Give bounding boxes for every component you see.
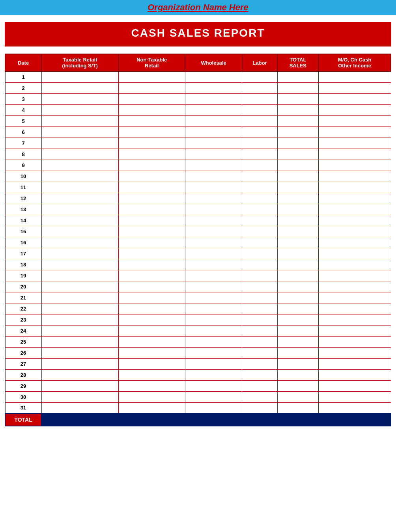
cell-nontaxable-30 — [118, 391, 185, 402]
cell-labor-15 — [242, 226, 278, 237]
cell-wholesale-4 — [185, 104, 242, 115]
cell-labor-3 — [242, 93, 278, 104]
table-row: 7 — [5, 138, 391, 149]
col-header-wholesale: Wholesale — [185, 54, 242, 71]
cell-totalsales-24 — [277, 325, 318, 336]
cell-other-7 — [318, 138, 391, 149]
cell-date-26: 26 — [5, 347, 41, 358]
table-row: 8 — [5, 149, 391, 160]
cell-wholesale-19 — [185, 270, 242, 281]
cell-taxable-29 — [41, 380, 118, 391]
cell-nontaxable-28 — [118, 369, 185, 380]
cell-wholesale-9 — [185, 160, 242, 171]
cell-wholesale-7 — [185, 138, 242, 149]
cell-date-27: 27 — [5, 358, 41, 369]
cell-date-8: 8 — [5, 149, 41, 160]
cell-taxable-17 — [41, 248, 118, 259]
cell-wholesale-15 — [185, 226, 242, 237]
col-header-totalsales: TOTALSALES — [277, 54, 318, 71]
table-row: 3 — [5, 93, 391, 104]
cell-wholesale-25 — [185, 336, 242, 347]
cell-date-24: 24 — [5, 325, 41, 336]
cell-taxable-1 — [41, 71, 118, 82]
sales-table: Date Taxable Retail(including S/T) Non-T… — [5, 54, 391, 426]
table-container: Date Taxable Retail(including S/T) Non-T… — [5, 54, 391, 426]
cell-other-18 — [318, 259, 391, 270]
cell-nontaxable-3 — [118, 93, 185, 104]
cell-nontaxable-8 — [118, 149, 185, 160]
cell-nontaxable-29 — [118, 380, 185, 391]
cell-other-29 — [318, 380, 391, 391]
table-row: 21 — [5, 292, 391, 303]
cell-taxable-8 — [41, 149, 118, 160]
cell-date-17: 17 — [5, 248, 41, 259]
cell-taxable-7 — [41, 138, 118, 149]
cell-date-23: 23 — [5, 314, 41, 325]
cell-totalsales-21 — [277, 292, 318, 303]
cell-taxable-2 — [41, 82, 118, 93]
cell-labor-18 — [242, 259, 278, 270]
cell-nontaxable-14 — [118, 215, 185, 226]
cell-date-29: 29 — [5, 380, 41, 391]
footer-wholesale — [185, 413, 242, 426]
cell-totalsales-22 — [277, 303, 318, 314]
cell-nontaxable-25 — [118, 336, 185, 347]
footer-label: TOTAL — [5, 413, 41, 426]
cell-taxable-20 — [41, 281, 118, 292]
cell-totalsales-20 — [277, 281, 318, 292]
cell-nontaxable-6 — [118, 126, 185, 138]
table-row: 27 — [5, 358, 391, 369]
cell-nontaxable-27 — [118, 358, 185, 369]
cell-date-1: 1 — [5, 71, 41, 82]
table-row: 10 — [5, 171, 391, 182]
cell-totalsales-31 — [277, 402, 318, 413]
cell-taxable-23 — [41, 314, 118, 325]
cell-totalsales-13 — [277, 204, 318, 215]
footer-totalsales — [277, 413, 318, 426]
table-row: 26 — [5, 347, 391, 358]
cell-date-20: 20 — [5, 281, 41, 292]
table-row: 24 — [5, 325, 391, 336]
cell-wholesale-1 — [185, 71, 242, 82]
col-header-nontaxable: Non-TaxableRetail — [118, 54, 185, 71]
cell-other-12 — [318, 193, 391, 204]
cell-labor-14 — [242, 215, 278, 226]
cell-labor-23 — [242, 314, 278, 325]
table-row: 2 — [5, 82, 391, 93]
cell-taxable-4 — [41, 104, 118, 115]
cell-labor-22 — [242, 303, 278, 314]
cell-date-21: 21 — [5, 292, 41, 303]
cell-date-14: 14 — [5, 215, 41, 226]
cell-date-12: 12 — [5, 193, 41, 204]
footer-taxable — [41, 413, 118, 426]
cell-taxable-27 — [41, 358, 118, 369]
cell-wholesale-22 — [185, 303, 242, 314]
cell-labor-10 — [242, 171, 278, 182]
cell-taxable-5 — [41, 115, 118, 126]
cell-date-7: 7 — [5, 138, 41, 149]
cell-date-30: 30 — [5, 391, 41, 402]
cell-wholesale-10 — [185, 171, 242, 182]
cell-labor-27 — [242, 358, 278, 369]
table-row: 31 — [5, 402, 391, 413]
report-header: CASH SALES REPORT — [5, 22, 391, 44]
cell-totalsales-15 — [277, 226, 318, 237]
footer-nontaxable — [118, 413, 185, 426]
cell-labor-9 — [242, 160, 278, 171]
cell-taxable-10 — [41, 171, 118, 182]
cell-totalsales-18 — [277, 259, 318, 270]
cell-date-22: 22 — [5, 303, 41, 314]
cell-labor-25 — [242, 336, 278, 347]
cell-labor-16 — [242, 237, 278, 248]
cell-date-28: 28 — [5, 369, 41, 380]
cell-wholesale-29 — [185, 380, 242, 391]
cell-date-4: 4 — [5, 104, 41, 115]
cell-other-26 — [318, 347, 391, 358]
cell-wholesale-17 — [185, 248, 242, 259]
cell-other-11 — [318, 182, 391, 193]
cell-totalsales-17 — [277, 248, 318, 259]
table-row: 14 — [5, 215, 391, 226]
table-row: 4 — [5, 104, 391, 115]
cell-other-1 — [318, 71, 391, 82]
cell-date-16: 16 — [5, 237, 41, 248]
